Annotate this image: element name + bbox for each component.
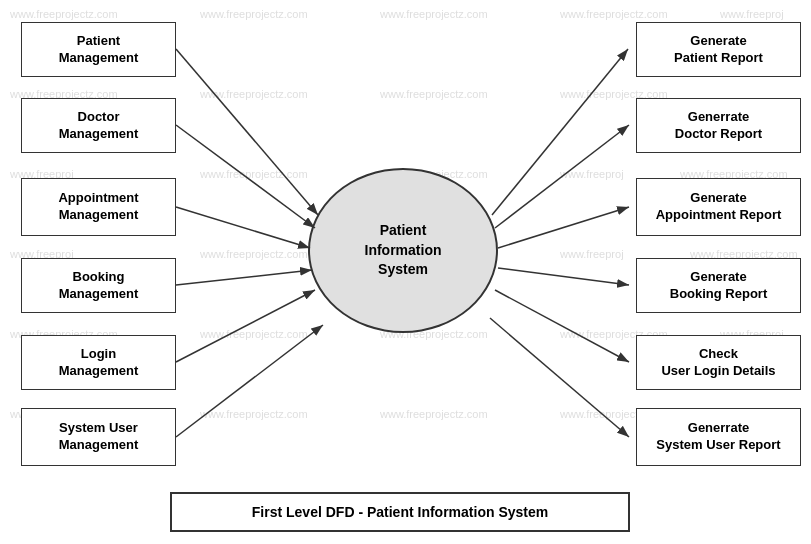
generate-system-user-report-label: GenerrateSystem User Report <box>656 420 780 454</box>
center-label: PatientInformationSystem <box>365 221 442 280</box>
watermark-2: www.freeprojectz.com <box>200 8 308 20</box>
login-management-box: LoginManagement <box>21 335 176 390</box>
generate-patient-report-box: GeneratePatient Report <box>636 22 801 77</box>
svg-line-8 <box>495 125 629 228</box>
patient-management-label: PatientManagement <box>59 33 138 67</box>
svg-line-5 <box>176 290 315 362</box>
system-user-management-label: System UserManagement <box>59 420 138 454</box>
diagram-container: www.freeprojectz.com www.freeprojectz.co… <box>0 0 811 544</box>
watermark-3: www.freeprojectz.com <box>380 8 488 20</box>
svg-line-6 <box>176 325 323 437</box>
svg-line-3 <box>176 207 310 248</box>
generate-doctor-report-box: GenerrateDoctor Report <box>636 98 801 153</box>
watermark-27: www.freeprojectz.com <box>380 408 488 420</box>
watermark-26: www.freeprojectz.com <box>200 408 308 420</box>
watermark-4: www.freeprojectz.com <box>560 8 668 20</box>
footer-title-box: First Level DFD - Patient Information Sy… <box>170 492 630 532</box>
svg-line-9 <box>498 207 629 248</box>
check-user-login-label: CheckUser Login Details <box>661 346 775 380</box>
generate-booking-report-box: GenerateBooking Report <box>636 258 801 313</box>
watermark-11: www.freeprojectz.com <box>200 168 308 180</box>
footer-title-label: First Level DFD - Patient Information Sy… <box>252 504 548 520</box>
watermark-7: www.freeprojectz.com <box>200 88 308 100</box>
login-management-label: LoginManagement <box>59 346 138 380</box>
watermark-13: www.freeproj <box>560 168 624 180</box>
booking-management-label: BookingManagement <box>59 269 138 303</box>
svg-line-10 <box>498 268 629 285</box>
watermark-18: www.freeproj <box>560 248 624 260</box>
generate-system-user-report-box: GenerrateSystem User Report <box>636 408 801 466</box>
svg-line-4 <box>176 270 312 285</box>
check-user-login-box: CheckUser Login Details <box>636 335 801 390</box>
svg-line-2 <box>176 125 315 228</box>
generate-appointment-report-label: GenerateAppointment Report <box>656 190 782 224</box>
svg-line-11 <box>495 290 629 362</box>
appointment-management-box: AppointmentManagement <box>21 178 176 236</box>
system-user-management-box: System UserManagement <box>21 408 176 466</box>
svg-line-1 <box>176 49 318 215</box>
watermark-5: www.freeproj <box>720 8 784 20</box>
watermark-1: www.freeprojectz.com <box>10 8 118 20</box>
watermark-21: www.freeprojectz.com <box>200 328 308 340</box>
center-circle: PatientInformationSystem <box>308 168 498 333</box>
watermark-16: www.freeprojectz.com <box>200 248 308 260</box>
svg-line-7 <box>492 49 628 215</box>
generate-doctor-report-label: GenerrateDoctor Report <box>675 109 762 143</box>
watermark-8: www.freeprojectz.com <box>380 88 488 100</box>
booking-management-box: BookingManagement <box>21 258 176 313</box>
svg-line-12 <box>490 318 629 437</box>
patient-management-box: PatientManagement <box>21 22 176 77</box>
doctor-management-box: DoctorManagement <box>21 98 176 153</box>
appointment-management-label: AppointmentManagement <box>58 190 138 224</box>
generate-patient-report-label: GeneratePatient Report <box>674 33 763 67</box>
doctor-management-label: DoctorManagement <box>59 109 138 143</box>
generate-appointment-report-box: GenerateAppointment Report <box>636 178 801 236</box>
generate-booking-report-label: GenerateBooking Report <box>670 269 768 303</box>
